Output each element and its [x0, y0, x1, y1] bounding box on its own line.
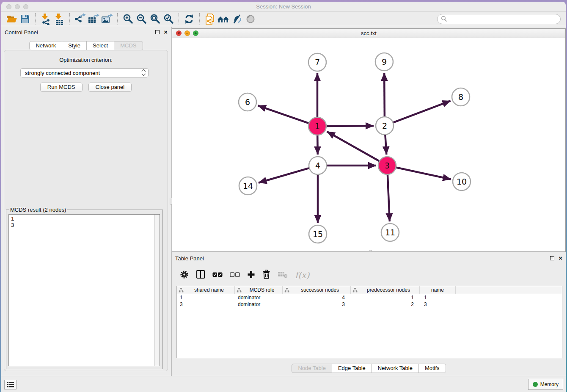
svg-text:9: 9: [382, 57, 387, 66]
window-title: Session: New Session: [1, 2, 566, 12]
network-minimize-button[interactable]: −: [184, 30, 190, 36]
table-cell[interactable]: 4: [283, 294, 351, 301]
graph-node-11[interactable]: 11: [381, 224, 399, 241]
deselect-all-checkboxes-icon[interactable]: [230, 271, 240, 279]
tab-mcds[interactable]: MCDS: [114, 41, 143, 50]
delete-column-icon[interactable]: [262, 270, 270, 281]
network-window-titlebar[interactable]: × − + scc.txt: [172, 29, 565, 38]
export-image-icon[interactable]: [100, 13, 114, 25]
close-window-button[interactable]: [6, 4, 11, 9]
graph-node-7[interactable]: 7: [308, 53, 326, 71]
import-table-icon[interactable]: [52, 13, 66, 25]
tab-style[interactable]: Style: [62, 41, 87, 50]
gear-icon[interactable]: [180, 270, 189, 281]
graph-node-10[interactable]: 10: [453, 173, 471, 190]
tab-network-table[interactable]: Network Table: [372, 364, 419, 373]
criterion-dropdown[interactable]: strongly connected component: [20, 68, 149, 77]
node-table[interactable]: shared nameMCDS rolesuccessor nodesprede…: [176, 286, 562, 358]
table-row[interactable]: 3dominator323: [177, 301, 562, 308]
table-row[interactable]: 1dominator411: [177, 294, 562, 301]
main-toolbar: [1, 12, 566, 26]
hide-selected-icon[interactable]: [230, 13, 244, 25]
export-network-icon[interactable]: [73, 13, 87, 25]
graph-node-9[interactable]: 9: [375, 53, 393, 71]
network-resize-grip[interactable]: [369, 250, 372, 252]
table-cell[interactable]: dominator: [235, 294, 283, 301]
export-table-icon[interactable]: [87, 13, 100, 25]
close-panel-icon[interactable]: ×: [164, 30, 168, 34]
graph-edge-1-4[interactable]: [317, 134, 318, 155]
table-cell[interactable]: 3: [420, 301, 456, 308]
graph-node-1[interactable]: 1: [308, 117, 326, 135]
column-header-successor-nodes[interactable]: successor nodes: [283, 286, 351, 294]
graph-edge-3-11[interactable]: [388, 174, 390, 221]
graph-edge-3-1[interactable]: [327, 132, 380, 162]
graph-edge-2-8[interactable]: [392, 101, 451, 123]
graph-node-2[interactable]: 2: [376, 117, 394, 135]
add-column-icon[interactable]: [247, 271, 255, 280]
refresh-icon[interactable]: [182, 13, 196, 25]
mcds-result-label: MCDS result (2 nodes): [9, 207, 67, 213]
graph-edge-4-14[interactable]: [259, 168, 310, 182]
tab-node-table[interactable]: Node Table: [292, 364, 332, 373]
graph-node-3[interactable]: 3: [378, 157, 396, 174]
close-panel-button[interactable]: Close panel: [88, 83, 132, 92]
table-cell[interactable]: 3: [177, 301, 235, 308]
save-session-icon[interactable]: [18, 13, 32, 25]
zoom-fit-icon[interactable]: [148, 13, 162, 25]
column-header-predecessor-nodes[interactable]: predecessor nodes: [351, 286, 420, 294]
float-panel-icon[interactable]: [155, 30, 160, 34]
show-all-networks-icon[interactable]: [217, 13, 230, 25]
graph-edge-2-3[interactable]: [385, 134, 386, 155]
tab-select[interactable]: Select: [87, 41, 114, 50]
column-header-shared-name[interactable]: shared name: [177, 286, 235, 294]
zoom-in-icon[interactable]: [121, 13, 135, 25]
memory-button[interactable]: Memory: [528, 379, 563, 390]
task-history-button[interactable]: [4, 380, 17, 389]
close-table-panel-icon[interactable]: ×: [559, 256, 562, 260]
tab-motifs[interactable]: Motifs: [419, 364, 446, 373]
split-columns-icon[interactable]: [196, 270, 205, 281]
tab-network[interactable]: Network: [29, 41, 62, 50]
graph-edge-2-9[interactable]: [384, 73, 385, 118]
graph-node-8[interactable]: 8: [452, 88, 470, 106]
open-session-icon[interactable]: [5, 13, 18, 25]
table-cell[interactable]: dominator: [235, 301, 283, 308]
graph-node-4[interactable]: 4: [309, 157, 327, 174]
minimize-window-button[interactable]: [15, 4, 20, 9]
maximize-window-button[interactable]: [23, 4, 28, 9]
clone-network-icon[interactable]: [203, 13, 217, 25]
result-scrollbar[interactable]: [154, 215, 160, 366]
graph-node-6[interactable]: 6: [239, 93, 256, 111]
graph-node-15[interactable]: 15: [309, 225, 327, 243]
column-header-mcds-role[interactable]: MCDS role: [235, 286, 283, 294]
toolbar-separator: [69, 13, 70, 25]
graph-edge-1-2[interactable]: [325, 126, 374, 126]
float-table-panel-icon[interactable]: [550, 256, 554, 260]
zoom-selected-icon[interactable]: [162, 13, 175, 25]
column-header-name[interactable]: name: [420, 286, 456, 294]
table-panel-title: Table Panel: [175, 255, 204, 262]
table-tabs: Node TableEdge TableNetwork TableMotifs: [172, 364, 566, 373]
graph-node-14[interactable]: 14: [239, 177, 257, 195]
zoom-out-icon[interactable]: [135, 13, 148, 25]
tab-edge-table[interactable]: Edge Table: [332, 364, 372, 373]
app-window: Session: New Session: [1, 2, 566, 392]
graph-edge-3-10[interactable]: [395, 167, 451, 179]
select-all-checkboxes-icon[interactable]: [212, 271, 223, 279]
table-cell[interactable]: 1: [420, 294, 456, 301]
toolbar-separator: [117, 13, 118, 25]
table-cell[interactable]: 3: [283, 301, 351, 308]
network-close-button[interactable]: ×: [176, 30, 182, 36]
mcds-result-textarea[interactable]: 1 3: [8, 214, 160, 366]
table-cell[interactable]: 1: [177, 294, 235, 301]
table-cell[interactable]: 1: [351, 294, 420, 301]
run-mcds-button[interactable]: Run MCDS: [40, 83, 83, 92]
search-input[interactable]: [437, 14, 561, 24]
graph-edge-1-6[interactable]: [258, 105, 310, 123]
table-cell[interactable]: 2: [351, 301, 420, 308]
memory-status-icon: [533, 382, 538, 387]
network-canvas[interactable]: 7968124314101511: [172, 38, 565, 251]
import-network-icon[interactable]: [39, 13, 52, 25]
network-maximize-button[interactable]: +: [193, 30, 198, 36]
